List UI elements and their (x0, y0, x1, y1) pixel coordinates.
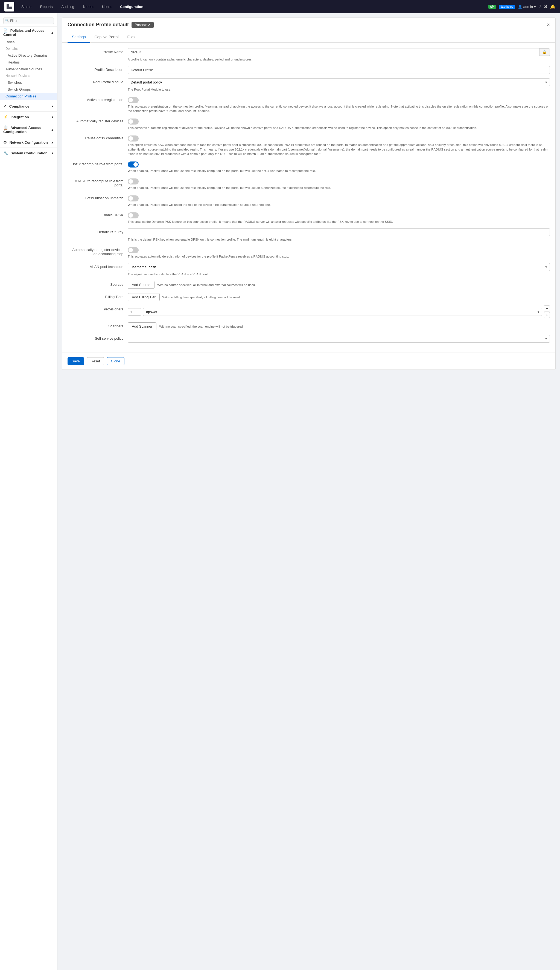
advanced-group: 📋 Advanced Access Configuration ▲ (0, 122, 57, 136)
add-scanner-button[interactable]: Add Scanner (128, 323, 157, 330)
sources-hint: With no source specified, all internal a… (157, 283, 256, 287)
tab-settings[interactable]: Settings (68, 32, 90, 43)
user-menu[interactable]: 👤 admin ▾ (518, 5, 536, 9)
billing-hint: With no billing tiers specified, all bil… (162, 295, 241, 299)
profile-desc-row: Profile Description (68, 66, 550, 74)
sidebar-section-integration[interactable]: ⚡ Integration ▲ (0, 113, 57, 121)
mac-auth-toggle[interactable] (128, 179, 138, 184)
auto-dereg-toggle[interactable] (128, 247, 138, 253)
sidebar-item-auth-sources[interactable]: Authentication Sources (0, 66, 57, 72)
root-portal-select[interactable]: Default portal policy (128, 78, 550, 86)
close-button[interactable]: × (547, 22, 550, 28)
auto-dereg-hint: This activates automatic deregistration … (128, 254, 550, 259)
scanners-row: Scanners Add Scanner With no scan specif… (68, 323, 550, 330)
root-portal-field: Default portal policy The Root Portal Mo… (128, 78, 550, 92)
reset-button[interactable]: Reset (87, 357, 104, 365)
auto-register-toggle[interactable] (128, 119, 138, 125)
nav-auditing[interactable]: Auditing (60, 3, 76, 10)
preview-button[interactable]: Preview ↗ (132, 22, 154, 28)
provisioner-remove-btn[interactable]: − (544, 306, 550, 311)
profile-name-hint: A profile id can only contain alphanumer… (128, 57, 550, 62)
integration-icon: ⚡ (3, 115, 8, 119)
provisioner-select[interactable]: opswat (143, 308, 542, 316)
clone-button[interactable]: Clone (107, 357, 124, 365)
tab-files[interactable]: Files (123, 32, 140, 43)
scanners-field: Add Scanner With no scan specified, the … (128, 323, 550, 330)
provisioner-add-remove: − + (544, 306, 550, 318)
profile-name-field: 🔒 A profile id can only contain alphanum… (128, 48, 550, 62)
self-service-select[interactable] (128, 335, 550, 343)
auto-register-label: Automatically register devices (68, 117, 128, 123)
default-psk-row: Default PSK key This is the default PSK … (68, 228, 550, 242)
mac-auth-label: MAC Auth recompute role from portal (68, 177, 128, 187)
help-icon[interactable]: ? (539, 4, 541, 9)
system-group: 🔧 System Configuration ▲ (0, 147, 57, 157)
sidebar-item-ad-domains[interactable]: Active Directory Domains (0, 52, 57, 59)
network-group: ⚙ Network Configuration ▲ (0, 137, 57, 146)
sidebar-item-switches[interactable]: Switches (0, 79, 57, 86)
auto-dereg-row: Automatically deregister devices on acco… (68, 246, 550, 259)
activate-prereg-label: Activate preregistration (68, 96, 128, 102)
profile-desc-input[interactable] (128, 66, 550, 74)
provisioners-label: Provisioners (68, 306, 128, 311)
dot1x-unset-toggle[interactable] (128, 196, 138, 201)
root-portal-label: Root Portal Module (68, 78, 128, 84)
auto-register-row: Automatically register devices This acti… (68, 117, 550, 130)
sidebar-section-system[interactable]: 🔧 System Configuration ▲ (0, 149, 57, 157)
reuse-dot1x-toggle[interactable] (128, 135, 138, 142)
default-psk-field: This is the default PSK key when you ena… (128, 228, 550, 242)
sidebar-item-roles[interactable]: Roles (0, 38, 57, 45)
vlan-pool-select[interactable]: username_hash (128, 263, 550, 271)
activate-prereg-toggle[interactable] (128, 97, 138, 103)
nav-configuration[interactable]: Configuration (118, 3, 145, 10)
vlan-pool-label: VLAN pool technique (68, 263, 128, 269)
nav-status[interactable]: Status (20, 3, 33, 10)
save-button[interactable]: Save (68, 357, 84, 365)
sidebar-section-policies[interactable]: 📄 Policies and Access Control ▲ (0, 27, 57, 38)
advanced-icon: 📋 (3, 125, 8, 130)
bell-icon[interactable]: 🔔 (550, 4, 556, 9)
compliance-group: ✓ Compliance ▲ (0, 101, 57, 110)
lock-button[interactable]: 🔒 (540, 48, 550, 56)
toggle-slider-5 (128, 179, 138, 184)
self-service-row: Self service policy (68, 335, 550, 343)
scanners-label: Scanners (68, 323, 128, 328)
tab-captive-portal[interactable]: Captive Portal (90, 32, 123, 43)
sidebar-item-switch-groups[interactable]: Switch Groups (0, 86, 57, 93)
profile-name-input[interactable] (128, 48, 540, 56)
nav-reports[interactable]: Reports (38, 3, 54, 10)
enable-dpsk-toggle[interactable] (128, 212, 138, 218)
activate-prereg-field: This activates preregistration on the co… (128, 96, 550, 113)
self-service-field (128, 335, 550, 343)
reuse-dot1x-field: This option emulates SSO when someone ne… (128, 134, 550, 156)
add-source-button[interactable]: Add Source (128, 281, 155, 289)
sidebar-item-realms[interactable]: Realms (0, 59, 57, 66)
toggle-slider-7 (128, 212, 138, 218)
provisioner-add-btn[interactable]: + (544, 312, 550, 318)
provisioners-row: Provisioners opswat − + (68, 306, 550, 318)
nav-nodes[interactable]: Nodes (81, 3, 95, 10)
profile-desc-label: Profile Description (68, 66, 128, 72)
profile-name-label: Profile Name (68, 48, 128, 54)
sources-field: Add Source With no source specified, all… (128, 281, 550, 289)
provisioner-number-input[interactable] (128, 308, 142, 316)
sidebar-item-connection-profiles[interactable]: Connection Profiles (0, 93, 57, 100)
billing-tiers-label: Billing Tiers (68, 293, 128, 299)
vlan-pool-row: VLAN pool technique username_hash The al… (68, 263, 550, 276)
scanners-hint: With no scan specified, the scan engine … (159, 324, 243, 329)
default-psk-hint: This is the default PSK key when you ena… (128, 237, 550, 242)
dot1x-recompute-toggle[interactable] (128, 162, 138, 167)
add-billing-button[interactable]: Add Billing Tier (128, 293, 160, 301)
tools-icon[interactable]: ✖ (544, 4, 547, 9)
profile-name-row: Profile Name 🔒 A profile id can only con… (68, 48, 550, 62)
sidebar-filter-input[interactable] (3, 18, 54, 24)
sources-row: Sources Add Source With no source specif… (68, 281, 550, 289)
dot1x-recompute-row: Dot1x recompute role from portal When en… (68, 161, 550, 173)
default-psk-input[interactable] (128, 228, 550, 236)
sidebar-section-network[interactable]: ⚙ Network Configuration ▲ (0, 138, 57, 146)
nav-users[interactable]: Users (100, 3, 113, 10)
sidebar-section-advanced[interactable]: 📋 Advanced Access Configuration ▲ (0, 124, 57, 136)
enable-dpsk-hint: This enables the Dynamic PSK feature on … (128, 219, 550, 224)
sidebar-section-compliance[interactable]: ✓ Compliance ▲ (0, 102, 57, 110)
toggle-slider-2 (128, 119, 138, 125)
